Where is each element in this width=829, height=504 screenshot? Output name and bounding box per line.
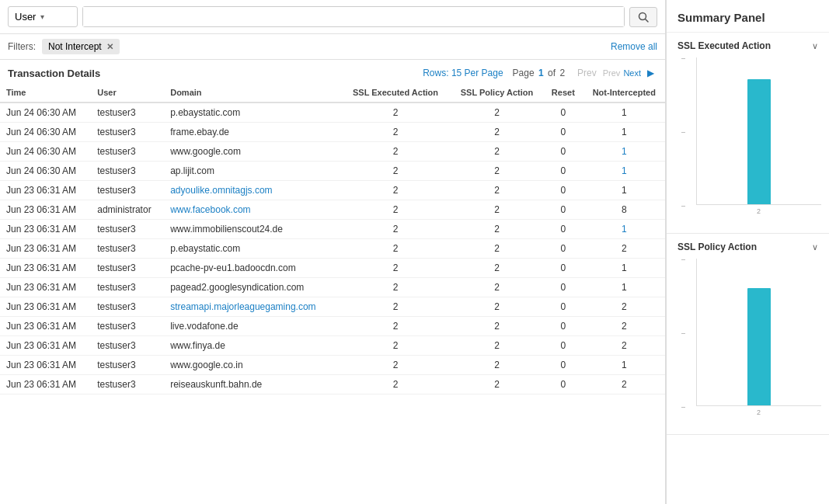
cell-not-intercepted: 1 — [582, 162, 665, 181]
cell-user: testuser3 — [91, 375, 164, 395]
chart-bar-group-1 — [697, 57, 821, 204]
cell-user: testuser3 — [91, 103, 164, 123]
cell-reset: 0 — [543, 200, 582, 220]
chevron-down-icon: ▾ — [40, 12, 44, 21]
cell-time: Jun 24 06:30 AM — [0, 123, 91, 142]
cell-reset: 0 — [543, 181, 582, 200]
cell-user: testuser3 — [91, 317, 164, 336]
cell-time: Jun 24 06:30 AM — [0, 103, 91, 123]
table-row: Jun 23 06:31 AM testuser3 adyoulike.omni… — [0, 181, 665, 200]
cell-user: testuser3 — [91, 336, 164, 356]
cell-ssl-policy: 2 — [449, 317, 543, 336]
cell-ssl-policy: 2 — [449, 103, 543, 123]
summary-section-ssl-exec-header[interactable]: SSL Executed Action ∨ — [667, 33, 829, 54]
cell-user: testuser3 — [91, 239, 164, 259]
summary-section-ssl-policy-header[interactable]: SSL Policy Action ∨ — [667, 234, 829, 255]
cell-domain[interactable]: streamapi.majorleaguegaming.com — [164, 297, 340, 317]
cell-not-intercepted: 2 — [582, 317, 665, 336]
cell-user: testuser3 — [91, 181, 164, 200]
search-button[interactable] — [629, 7, 657, 27]
cell-not-intercepted: 2 — [582, 297, 665, 317]
cell-reset: 0 — [543, 278, 582, 297]
page-label: Page — [513, 68, 535, 78]
cell-time: Jun 23 06:31 AM — [0, 336, 91, 356]
user-dropdown[interactable]: User ▾ — [8, 6, 78, 27]
cell-reset: 0 — [543, 375, 582, 395]
cell-domain[interactable]: www.facebook.com — [164, 200, 340, 220]
summary-panel-title: Summary Panel — [667, 0, 829, 33]
cell-ssl-exec: 2 — [340, 220, 449, 239]
ssl-exec-label: SSL Executed Action — [677, 40, 771, 51]
cell-ssl-exec: 2 — [340, 317, 449, 336]
next-label[interactable]: Next — [623, 68, 641, 78]
cell-domain: pagead2.googlesyndication.com — [164, 278, 340, 297]
cell-time: Jun 23 06:31 AM — [0, 259, 91, 278]
cell-user: testuser3 — [91, 297, 164, 317]
cell-user: testuser3 — [91, 123, 164, 142]
cell-not-intercepted: 8 — [582, 200, 665, 220]
cell-ssl-policy: 2 — [449, 181, 543, 200]
cell-not-intercepted: 1 — [582, 142, 665, 162]
ssl-exec-chevron-icon: ∨ — [812, 41, 818, 51]
y-label-bot-1: – — [681, 202, 685, 210]
cell-ssl-policy: 2 — [449, 220, 543, 239]
y-label-bot-2: – — [681, 403, 685, 411]
page-of: of — [548, 68, 556, 78]
ssl-policy-label: SSL Policy Action — [677, 242, 757, 252]
table-row: Jun 23 06:31 AM testuser3 live.vodafone.… — [0, 317, 665, 336]
cell-not-intercepted: 2 — [582, 375, 665, 395]
pagination-nav: Prev Prev Next ▶ — [574, 66, 657, 80]
filter-tag-not-intercept: Not Intercept ✕ — [42, 39, 120, 54]
cell-ssl-policy: 2 — [449, 297, 543, 317]
cell-domain: live.vodafone.de — [164, 317, 340, 336]
col-not-intercepted: Not-Intercepted — [582, 83, 665, 103]
cell-user: administrator — [91, 200, 164, 220]
cell-domain: pcache-pv-eu1.badoocdn.com — [164, 259, 340, 278]
table-row: Jun 24 06:30 AM testuser3 www.google.com… — [0, 142, 665, 162]
cell-time: Jun 23 06:31 AM — [0, 200, 91, 220]
cell-user: testuser3 — [91, 356, 164, 375]
cell-ssl-exec: 2 — [340, 103, 449, 123]
cell-ssl-exec: 2 — [340, 123, 449, 142]
chart-y-labels-2: – – – — [667, 255, 688, 411]
filter-tag-close-icon[interactable]: ✕ — [106, 42, 113, 52]
table-row: Jun 24 06:30 AM testuser3 p.ebaystatic.c… — [0, 103, 665, 123]
remove-all-button[interactable]: Remove all — [611, 41, 657, 52]
summary-section-ssl-exec: SSL Executed Action ∨ – – – 2 — [667, 33, 829, 234]
cell-user: testuser3 — [91, 259, 164, 278]
cell-reset: 0 — [543, 336, 582, 356]
cell-domain: www.immobilienscout24.de — [164, 220, 340, 239]
cell-ssl-exec: 2 — [340, 259, 449, 278]
cell-user: testuser3 — [91, 220, 164, 239]
cell-domain[interactable]: adyoulike.omnitagjs.com — [164, 181, 340, 200]
cell-ssl-policy: 2 — [449, 336, 543, 356]
cell-not-intercepted: 1 — [582, 259, 665, 278]
table-header: Time User Domain SSL Executed Action SSL… — [0, 83, 665, 103]
cell-domain: reiseauskunft.bahn.de — [164, 375, 340, 395]
cell-time: Jun 23 06:31 AM — [0, 181, 91, 200]
table-row: Jun 23 06:31 AM testuser3 www.immobilien… — [0, 220, 665, 239]
cell-domain: frame.ebay.de — [164, 123, 340, 142]
filters-label: Filters: — [8, 41, 36, 52]
table-row: Jun 23 06:31 AM testuser3 pcache-pv-eu1.… — [0, 259, 665, 278]
cell-ssl-exec: 2 — [340, 162, 449, 181]
cell-user: testuser3 — [91, 162, 164, 181]
section-title: Transaction Details — [8, 68, 100, 79]
cell-reset: 0 — [543, 297, 582, 317]
cell-reset: 0 — [543, 259, 582, 278]
prev-button[interactable]: Prev — [574, 66, 600, 80]
filters-row: Filters: Not Intercept ✕ Remove all — [0, 34, 665, 60]
cell-reset: 0 — [543, 317, 582, 336]
cell-ssl-exec: 2 — [340, 297, 449, 317]
cell-ssl-exec: 2 — [340, 375, 449, 395]
filter-tag-label: Not Intercept — [48, 41, 102, 52]
col-user: User — [91, 83, 164, 103]
cell-ssl-policy: 2 — [449, 259, 543, 278]
search-input[interactable] — [83, 7, 624, 26]
table-row: Jun 24 06:30 AM testuser3 frame.ebay.de … — [0, 123, 665, 142]
rows-label: Rows: — [423, 68, 448, 78]
cell-domain: ap.lijit.com — [164, 162, 340, 181]
cell-reset: 0 — [543, 239, 582, 259]
cell-ssl-exec: 2 — [340, 278, 449, 297]
next-button[interactable]: ▶ — [644, 66, 657, 80]
